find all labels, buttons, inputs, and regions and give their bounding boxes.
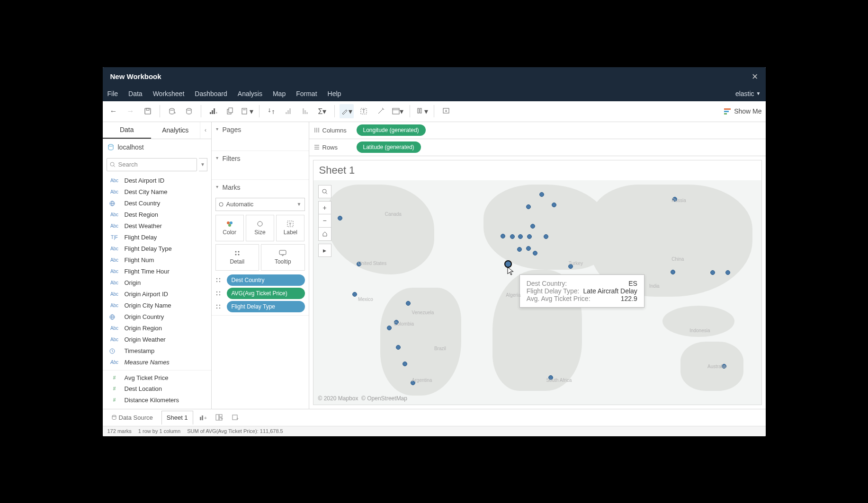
search-input[interactable]: Search [107,158,197,171]
map-mark[interactable] [533,251,537,256]
map-mark[interactable] [671,270,675,274]
totals-button[interactable]: Σ▾ [315,104,330,118]
new-worksheet-tab-button[interactable]: + [197,411,209,424]
field-item[interactable]: Origin Country [103,311,211,323]
field-item[interactable]: AbcDest Region [103,209,211,221]
mark-pill[interactable]: Flight Delay Type [227,301,305,312]
datasource-row[interactable]: localhost [103,139,211,155]
map-mark[interactable] [539,192,544,197]
map-mark-selected[interactable] [505,261,511,267]
highlight-button[interactable]: ▾ [340,104,354,118]
field-item[interactable]: AbcFlight Num [103,255,211,266]
tab-sheet-1[interactable]: Sheet 1 [161,411,193,425]
pages-shelf[interactable]: ▸Pages [212,122,309,151]
field-item[interactable]: Dest Country [103,198,211,209]
new-worksheet-button[interactable]: + [206,104,220,118]
user-menu[interactable]: elastic ▼ [735,90,761,97]
field-item[interactable]: AbcOrigin City Name [103,300,211,311]
back-button[interactable]: ← [107,104,121,118]
labels-button[interactable]: T [357,104,371,118]
new-datasource-button[interactable]: + [165,104,179,118]
save-button[interactable] [141,104,155,118]
zoom-home-button[interactable] [318,228,331,241]
map-search-button[interactable] [318,185,331,198]
columns-shelf[interactable]: Columns Longitude (generated) [309,122,766,139]
field-item[interactable]: AbcDest City Name [103,186,211,198]
show-me-button[interactable]: Show Me [724,107,761,115]
swap-button[interactable] [264,104,278,118]
menu-worksheet[interactable]: Worksheet [153,90,185,97]
tab-datasource[interactable]: Data Source [107,411,158,424]
map-mark[interactable] [387,326,392,330]
forward-button[interactable]: → [124,104,138,118]
mark-pill[interactable]: Dest Country [227,274,305,286]
menu-data[interactable]: Data [128,90,143,97]
menu-format[interactable]: Format [296,90,317,97]
field-item[interactable]: Timestamp [103,345,211,357]
field-item[interactable]: #Distance Kilometers [103,395,211,406]
rows-pill[interactable]: Latitude (generated) [357,141,421,153]
pause-auto-updates-button[interactable] [182,104,196,118]
map-mark[interactable] [526,246,531,251]
fit-button[interactable]: ▾ [391,104,405,118]
marks-size-button[interactable]: Size [246,215,274,241]
map-mark[interactable] [501,234,505,238]
map-view[interactable]: + − ▸ Dest Country:ES Flight Delay Type:… [313,180,761,405]
close-icon[interactable]: × [752,71,758,83]
field-item[interactable]: AbcFlight Delay Type [103,243,211,255]
sort-asc-button[interactable] [281,104,295,118]
field-item[interactable]: AbcDest Weather [103,221,211,232]
field-item[interactable]: AbcOrigin Region [103,323,211,334]
map-mark[interactable] [338,216,342,221]
sort-desc-button[interactable] [298,104,313,118]
marks-color-button[interactable]: Color [215,215,244,241]
map-mark[interactable] [403,362,407,366]
filters-shelf[interactable]: ▸Filters [212,151,309,180]
zoom-out-button[interactable]: − [318,214,331,228]
map-mark[interactable] [510,234,515,239]
field-item[interactable]: AbcOrigin Weather [103,334,211,345]
field-item[interactable]: AbcOrigin Airport ID [103,289,211,300]
map-mark[interactable] [710,270,715,275]
map-toolbar-button[interactable]: ▸ [318,244,331,257]
map-mark[interactable] [725,270,730,275]
presentation-button[interactable]: ▾ [415,104,429,118]
tab-analytics[interactable]: Analytics [151,122,200,139]
map-mark[interactable] [544,234,548,239]
field-item[interactable]: AbcOrigin [103,277,211,289]
tab-data[interactable]: Data [103,122,152,139]
menu-map[interactable]: Map [273,90,286,97]
map-mark[interactable] [517,247,522,252]
field-item[interactable]: T|FFlight Delay [103,232,211,243]
field-item[interactable]: #Dest Location [103,383,211,395]
clear-button[interactable]: ▾ [240,104,254,118]
map-mark[interactable] [518,234,523,239]
map-mark[interactable] [406,301,411,306]
menu-file[interactable]: File [107,90,118,97]
field-item[interactable]: #Avg Ticket Price [103,370,211,383]
search-options-button[interactable]: ▼ [199,158,207,171]
duplicate-button[interactable] [223,104,237,118]
marks-label-button[interactable]: TLabel [276,215,304,241]
map-mark[interactable] [527,234,532,239]
marks-type-select[interactable]: Automatic ▼ [215,198,305,211]
mark-pill[interactable]: AVG(Avg Ticket Price) [227,288,305,299]
format-button[interactable] [374,104,388,118]
field-item[interactable]: AbcFlight Time Hour [103,266,211,277]
zoom-in-button[interactable]: + [318,201,331,214]
map-mark[interactable] [396,345,401,350]
field-item[interactable]: AbcMeasure Names [103,357,211,368]
menu-analysis[interactable]: Analysis [238,90,262,97]
map-mark[interactable] [352,292,357,297]
sheet-title[interactable]: Sheet 1 [313,160,761,180]
columns-pill[interactable]: Longitude (generated) [357,124,426,136]
map-mark[interactable] [526,204,531,209]
marks-detail-button[interactable]: Detail [215,244,260,271]
field-list[interactable]: AbcDest Airport IDAbcDest City NameDest … [103,174,211,409]
menu-help[interactable]: Help [328,90,341,97]
new-story-tab-button[interactable]: + [229,411,242,424]
map-mark[interactable] [552,203,556,207]
map-mark[interactable] [530,224,535,229]
download-button[interactable] [439,104,453,118]
marks-tooltip-button[interactable]: Tooltip [261,244,305,271]
